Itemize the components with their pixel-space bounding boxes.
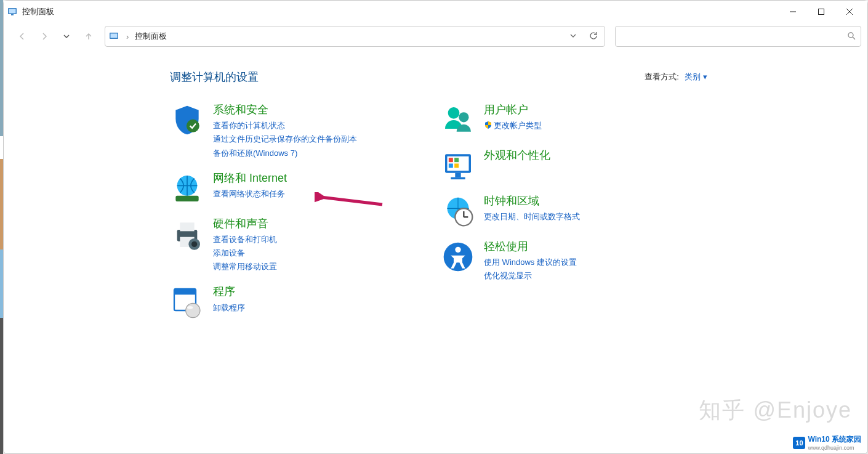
category-link[interactable]: 更改帐户类型 [484,119,542,132]
window-controls [779,1,864,23]
svg-point-11 [187,120,199,132]
address-icon [109,31,119,41]
search-input[interactable] [621,32,847,41]
svg-rect-31 [454,164,459,168]
address-dropdown[interactable] [566,29,580,44]
breadcrumb-segment[interactable]: 控制面板 [132,30,169,43]
forward-button[interactable] [34,26,54,46]
printer-icon [170,217,204,251]
address-bar[interactable]: › 控制面板 [105,26,605,47]
svg-rect-13 [175,195,198,201]
viewby-dropdown[interactable]: 类别 ▾ [685,72,707,81]
svg-point-18 [191,241,197,246]
navigation-bar: › 控制面板 [4,23,867,50]
control-panel-icon [7,7,17,17]
page-title: 调整计算机的设置 [170,70,259,84]
category-item: 系统和安全查看你的计算机状态通过文件历史记录保存你的文件备份副本备份和还原(Wi… [170,103,392,160]
globe-icon [170,171,204,206]
svg-point-9 [848,33,853,38]
svg-rect-1 [9,9,16,14]
breadcrumb-separator: › [126,32,129,41]
close-button[interactable] [835,1,864,23]
viewby-label: 查看方式: [645,72,679,81]
maximize-button[interactable] [807,1,835,23]
category-link[interactable]: 使用 Windows 建议的设置 [484,256,577,269]
category-column-right: 用户帐户更改帐户类型外观和个性化时钟和区域更改日期、时间或数字格式轻松使用使用 … [441,103,662,330]
category-item: 时钟和区域更改日期、时间或数字格式 [441,194,662,229]
svg-rect-32 [455,173,460,177]
category-link[interactable]: 查看你的计算机状态 [213,119,357,132]
category-title[interactable]: 系统和安全 [213,103,357,117]
clock-icon [441,194,475,229]
svg-rect-4 [819,9,824,15]
category-title[interactable]: 硬件和声音 [213,217,277,231]
svg-rect-29 [454,158,459,162]
category-columns: 系统和安全查看你的计算机状态通过文件历史记录保存你的文件备份副本备份和还原(Wi… [170,103,849,330]
svg-rect-28 [449,158,453,162]
watermark-zhihu: 知乎 @Enjoye [699,395,852,426]
up-button[interactable] [79,26,98,46]
svg-rect-8 [111,34,118,38]
svg-rect-33 [451,177,465,180]
category-title[interactable]: 网络和 Internet [213,171,287,185]
content-area: 调整计算机的设置 查看方式: 类别 ▾ 系统和安全查看你的计算机状态通过文件历史… [4,50,867,453]
minimize-button[interactable] [779,1,807,23]
back-button[interactable] [12,26,32,46]
category-item: 硬件和声音查看设备和打印机添加设备调整常用移动设置 [170,217,392,274]
category-title[interactable]: 轻松使用 [484,240,577,254]
category-title[interactable]: 程序 [213,285,245,299]
recent-dropdown[interactable] [57,26,76,46]
content-header: 调整计算机的设置 查看方式: 类别 ▾ [170,70,849,84]
category-link[interactable]: 卸载程序 [213,301,245,315]
category-item: 用户帐户更改帐户类型 [441,103,662,137]
shield-icon [170,103,204,137]
category-title[interactable]: 用户帐户 [484,103,542,117]
category-item: 程序卸载程序 [170,285,392,319]
category-link[interactable]: 优化视觉显示 [484,269,577,283]
ease-icon [441,240,475,274]
category-item: 轻松使用使用 Windows 建议的设置优化视觉显示 [441,240,662,283]
view-by: 查看方式: 类别 ▾ [645,71,707,83]
search-box[interactable] [615,26,861,47]
category-title[interactable]: 外观和个性化 [484,148,550,163]
svg-rect-15 [180,222,194,231]
category-link[interactable]: 添加设备 [213,246,277,260]
category-column-left: 系统和安全查看你的计算机状态通过文件历史记录保存你的文件备份副本备份和还原(Wi… [170,103,392,330]
user-icon [441,103,475,137]
svg-point-35 [455,208,472,225]
category-item: 网络和 Internet查看网络状态和任务 [170,171,392,206]
control-panel-window: 控制面板 › 控制面板 调整计算机的设置 [3,0,868,454]
svg-line-10 [853,37,855,39]
category-link[interactable]: 调整常用移动设置 [213,260,277,274]
titlebar: 控制面板 [4,1,867,23]
category-link[interactable]: 备份和还原(Windows 7) [213,147,357,160]
svg-rect-2 [11,14,14,15]
category-link[interactable]: 更改日期、时间或数字格式 [484,210,580,224]
category-item: 外观和个性化 [441,148,662,183]
category-link[interactable]: 通过文件历史记录保存你的文件备份副本 [213,132,357,146]
svg-point-25 [459,112,468,122]
category-link[interactable]: 查看网络状态和任务 [213,187,287,201]
display-icon [441,148,475,183]
category-link[interactable]: 查看设备和打印机 [213,233,277,246]
program-icon [170,285,204,319]
svg-rect-20 [174,289,196,294]
svg-rect-30 [449,164,453,168]
svg-point-39 [455,247,460,253]
search-icon [847,31,856,42]
watermark-site-icon: 10 [793,437,805,449]
watermark-site: 10 Win10 系统家园 www.qdhuajin.com [793,434,861,451]
refresh-button[interactable] [586,28,601,45]
svg-point-24 [448,107,460,119]
category-title[interactable]: 时钟和区域 [484,194,580,208]
svg-point-23 [187,306,193,309]
uac-shield-icon [484,120,492,129]
window-title: 控制面板 [22,6,54,17]
